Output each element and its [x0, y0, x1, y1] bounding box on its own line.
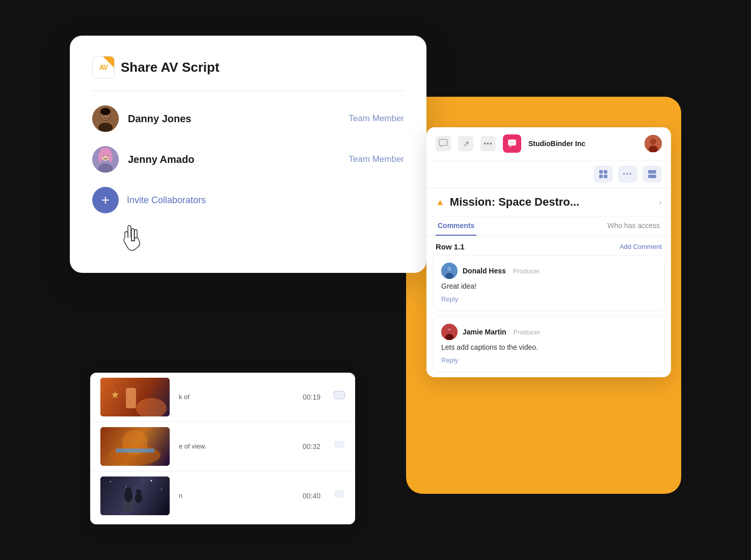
- sb-row-label: Row 1.1: [436, 242, 465, 251]
- comment-card-jamie: Jamie Martin Producer Lets add captions …: [433, 316, 665, 372]
- sb-more-icon[interactable]: •••: [618, 165, 637, 183]
- video-thumb-2: [100, 427, 170, 466]
- video-thumb-1: ★: [100, 378, 170, 416]
- svg-rect-22: [126, 388, 136, 408]
- svg-rect-52: [648, 170, 656, 174]
- sb-project-row[interactable]: ▲ Mission: Space Destro... ›: [426, 188, 671, 216]
- video-thumb-3: [100, 477, 170, 515]
- comment-icon-2[interactable]: [334, 440, 345, 453]
- sb-comment-bubble-icon: [503, 134, 521, 153]
- svg-rect-32: [100, 477, 170, 515]
- reply-donald[interactable]: Reply: [441, 295, 458, 303]
- video-row-1: ★ k of 00:19: [90, 373, 355, 422]
- member-row-jenny: Jenny Amado Team Member: [92, 146, 404, 173]
- invite-label[interactable]: Invite Collaborators: [127, 195, 206, 206]
- av-script-icon: AV: [92, 56, 115, 78]
- svg-rect-31: [334, 441, 344, 448]
- member-name-danny: Danny Jones: [128, 113, 348, 125]
- svg-point-60: [445, 334, 453, 340]
- video-time-1: 00:19: [303, 393, 320, 401]
- member-name-jenny: Jenny Amado: [128, 154, 348, 165]
- svg-rect-30: [116, 449, 154, 453]
- svg-rect-44: [508, 139, 516, 146]
- svg-point-41: [136, 489, 141, 494]
- tab-who-has-access[interactable]: Who has access: [605, 216, 662, 236]
- svg-rect-48: [599, 170, 603, 174]
- member-role-danny: Team Member: [348, 114, 404, 124]
- sb-dots-icon[interactable]: •••: [480, 136, 496, 151]
- sb-comment-header-jamie: Jamie Martin Producer: [441, 324, 656, 340]
- svg-point-33: [110, 481, 111, 482]
- comment-icon-1[interactable]: [334, 391, 345, 404]
- sb-comment-header-donald: Donald Hess Producer: [441, 263, 656, 279]
- video-row-2: e of view. 00:32: [90, 422, 355, 471]
- avatar-jenny: [92, 146, 119, 173]
- commenter-role-jamie: Producer: [514, 328, 541, 336]
- svg-point-46: [650, 138, 656, 145]
- sb-company-name: StudioBinder Inc: [528, 139, 637, 148]
- invite-collaborators-button[interactable]: +: [92, 187, 119, 213]
- sb-grid-icon[interactable]: [594, 165, 613, 183]
- sb-chat-icon[interactable]: [436, 136, 451, 151]
- avatar-danny: [92, 105, 119, 132]
- svg-rect-49: [604, 170, 607, 174]
- studiobinder-panel: ↗ ••• StudioBinder Inc: [426, 127, 671, 377]
- sb-project-title: Mission: Space Destro...: [450, 195, 654, 209]
- video-snippet-3: n: [179, 491, 293, 500]
- svg-point-56: [445, 273, 453, 279]
- scene: AV Share AV Script: [70, 36, 681, 524]
- more-dots: •••: [623, 171, 633, 178]
- avatar-jamie: [441, 324, 458, 340]
- video-panel: ★ k of 00:19: [90, 373, 355, 524]
- sb-share-icon[interactable]: ↗: [458, 136, 473, 151]
- svg-point-13: [98, 152, 102, 162]
- avatar-donald: [441, 263, 458, 279]
- commenter-name-jamie: Jamie Martin: [463, 328, 506, 336]
- share-modal-title: Share AV Script: [121, 60, 220, 75]
- plus-icon: +: [101, 193, 110, 207]
- sb-add-comment-button[interactable]: Add Comment: [620, 243, 662, 250]
- member-role-jenny: Team Member: [348, 154, 404, 164]
- cursor-hand-icon: [119, 225, 431, 260]
- svg-rect-16: [131, 229, 135, 241]
- comment-text-donald: Great idea!: [441, 282, 656, 290]
- svg-rect-42: [334, 490, 344, 497]
- video-snippet-1: k of: [179, 393, 293, 402]
- invite-row[interactable]: + Invite Collaborators: [92, 187, 404, 213]
- commenter-role-donald: Producer: [513, 267, 540, 275]
- sb-project-icon: ▲: [436, 197, 445, 208]
- dots-text: •••: [484, 139, 493, 148]
- video-time-3: 00:40: [303, 492, 320, 500]
- svg-point-14: [109, 152, 113, 162]
- video-time-2: 00:32: [303, 442, 320, 451]
- svg-text:★: ★: [111, 389, 120, 400]
- svg-point-35: [151, 480, 152, 482]
- tab-comments[interactable]: Comments: [436, 216, 476, 236]
- share-modal: AV Share AV Script: [70, 36, 426, 273]
- sb-collapse-icon[interactable]: [642, 165, 662, 183]
- sb-icons-row: •••: [426, 160, 671, 188]
- svg-rect-53: [648, 175, 656, 178]
- video-snippet-2: e of view.: [179, 442, 293, 451]
- video-row-3: n 00:40: [90, 471, 355, 520]
- divider: [92, 91, 404, 91]
- svg-rect-26: [334, 391, 344, 399]
- comment-text-jamie: Lets add captions to the video.: [441, 343, 656, 351]
- svg-rect-15: [128, 226, 131, 240]
- svg-point-34: [125, 486, 126, 487]
- comment-icon-3[interactable]: [334, 490, 345, 502]
- share-modal-header: AV Share AV Script: [92, 56, 404, 78]
- svg-rect-50: [599, 175, 603, 178]
- reply-jamie[interactable]: Reply: [441, 356, 458, 364]
- av-icon-text: AV: [99, 63, 108, 71]
- sb-chevron-icon: ›: [659, 197, 662, 208]
- commenter-name-donald: Donald Hess: [463, 267, 506, 275]
- sb-row-header: Row 1.1 Add Comment: [426, 236, 671, 255]
- sb-tabs: Comments Who has access: [426, 216, 671, 236]
- sb-user-avatar: [645, 135, 662, 152]
- svg-rect-43: [439, 139, 447, 146]
- svg-rect-51: [604, 175, 607, 178]
- comment-card-donald: Donald Hess Producer Great idea! Reply: [433, 255, 665, 311]
- svg-point-40: [125, 487, 131, 493]
- svg-point-57: [447, 267, 452, 271]
